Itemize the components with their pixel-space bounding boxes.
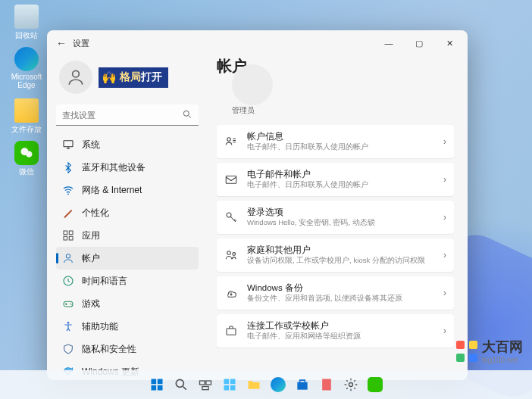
- search-icon: [182, 109, 192, 120]
- sidebar-item-label: 应用: [82, 229, 100, 242]
- titlebar[interactable]: ← 设置 — ▢ ✕: [47, 30, 468, 56]
- desktop-icon-label: 微信: [8, 167, 45, 177]
- email-icon: [224, 173, 238, 186]
- taskbar-wechat[interactable]: [365, 374, 386, 395]
- sidebar-item-apps[interactable]: 应用: [56, 224, 199, 247]
- profile-header[interactable]: 🙌 格局打开: [56, 56, 199, 103]
- start-button[interactable]: [146, 374, 167, 395]
- taskbar-search[interactable]: [171, 374, 192, 395]
- svg-point-2: [73, 70, 80, 77]
- settings-card-family[interactable]: 家庭和其他用户设备访问权限, 工作或学校用户, kiosk 分配的访问权限›: [217, 238, 454, 272]
- svg-rect-30: [224, 379, 230, 385]
- sidebar-item-label: 帐户: [82, 252, 100, 265]
- svg-rect-24: [152, 385, 157, 391]
- backup-icon: [224, 286, 238, 300]
- settings-card-work[interactable]: 连接工作或学校帐户电子邮件、应用和网络等组织资源›: [217, 314, 454, 348]
- desktop-icon-label: Microsoft Edge: [8, 73, 45, 89]
- svg-rect-22: [152, 379, 157, 385]
- taskbar-settings[interactable]: [340, 374, 361, 395]
- sidebar-item-accessibility[interactable]: 辅助功能: [56, 315, 199, 338]
- card-subtitle: 备份文件、应用和首选项, 以便跨设备将其还原: [247, 294, 434, 304]
- settings-card-signin[interactable]: 登录选项Windows Hello, 安全密钥, 密码, 动态锁›: [217, 201, 454, 234]
- main-panel: 帐户 管理员 帐户信息电子邮件、日历和联系人使用的帐户›电子邮件和帐户电子邮件、…: [208, 56, 468, 380]
- search-input[interactable]: [56, 104, 199, 126]
- desktop-icon-recycle-bin[interactable]: 回收站: [8, 5, 45, 41]
- svg-rect-28: [206, 381, 211, 385]
- taskbar[interactable]: [0, 370, 532, 399]
- accounts-icon: [62, 252, 74, 264]
- settings-card-backup[interactable]: Windows 备份备份文件、应用和首选项, 以便跨设备将其还原›: [217, 276, 454, 310]
- chevron-right-icon: ›: [443, 174, 446, 185]
- network-icon: [62, 184, 74, 196]
- svg-rect-21: [227, 329, 236, 335]
- settings-card-account-info[interactable]: 帐户信息电子邮件、日历和联系人使用的帐户›: [217, 125, 454, 158]
- taskbar-explorer[interactable]: [243, 374, 264, 395]
- watermark-logo: [456, 341, 477, 362]
- card-subtitle: 电子邮件、日历和联系人使用的帐户: [247, 180, 434, 190]
- close-button[interactable]: ✕: [434, 33, 465, 54]
- svg-point-26: [176, 379, 183, 387]
- svg-point-19: [227, 251, 231, 255]
- svg-rect-17: [226, 176, 236, 184]
- privacy-icon: [62, 343, 74, 355]
- sidebar-item-personalization[interactable]: 个性化: [56, 201, 199, 224]
- system-icon: [62, 139, 74, 151]
- settings-window: ← 设置 — ▢ ✕ 🙌 格局打开 系统蓝牙和其他设备网络 & Inter: [47, 30, 468, 380]
- card-subtitle: 电子邮件、日历和联系人使用的帐户: [247, 142, 434, 152]
- chevron-right-icon: ›: [443, 326, 446, 336]
- sidebar-item-label: 个性化: [82, 207, 109, 220]
- chevron-right-icon: ›: [443, 250, 446, 260]
- accessibility-icon: [62, 320, 74, 332]
- card-title: 登录选项: [247, 207, 434, 218]
- taskbar-store[interactable]: [292, 374, 313, 395]
- apps-icon: [62, 229, 74, 242]
- svg-rect-8: [64, 236, 67, 240]
- watermark: 大百网 big100.net: [456, 338, 523, 364]
- widgets[interactable]: [219, 374, 240, 395]
- back-button[interactable]: ←: [50, 37, 73, 49]
- settings-card-email[interactable]: 电子邮件和帐户电子邮件、日历和联系人使用的帐户›: [217, 163, 454, 196]
- svg-point-35: [349, 383, 353, 387]
- window-title: 设置: [73, 38, 89, 49]
- svg-point-15: [67, 322, 70, 324]
- sidebar-item-time[interactable]: 时间和语言: [56, 270, 199, 292]
- sidebar-item-label: 辅助功能: [82, 320, 118, 333]
- account-info-icon: [224, 135, 238, 148]
- sidebar-item-network[interactable]: 网络 & Internet: [56, 179, 199, 201]
- sidebar-item-gaming[interactable]: 游戏: [56, 292, 199, 315]
- folder-icon: [14, 98, 39, 123]
- signin-icon: [224, 210, 238, 224]
- desktop-icon-label: 文件存放: [8, 124, 45, 135]
- chevron-right-icon: ›: [443, 136, 446, 147]
- task-view[interactable]: [195, 374, 216, 395]
- desktop-icon-label: 回收站: [8, 30, 45, 41]
- card-title: 电子邮件和帐户: [247, 169, 434, 180]
- sidebar-item-label: 系统: [82, 139, 100, 151]
- desktop-icon-wechat[interactable]: 微信: [8, 141, 45, 177]
- svg-point-1: [26, 151, 32, 157]
- card-title: Windows 备份: [247, 282, 434, 294]
- sidebar-item-privacy[interactable]: 隐私和安全性: [56, 338, 199, 360]
- sidebar-item-bluetooth[interactable]: 蓝牙和其他设备: [56, 156, 199, 179]
- svg-rect-9: [69, 236, 73, 240]
- taskbar-edge[interactable]: [268, 374, 289, 395]
- family-icon: [224, 248, 238, 262]
- recycle-bin-icon: [14, 5, 39, 29]
- sidebar-item-accounts[interactable]: 帐户: [56, 247, 199, 270]
- svg-point-3: [183, 111, 189, 116]
- svg-rect-6: [64, 231, 67, 235]
- wechat-icon: [14, 141, 39, 165]
- maximize-button[interactable]: ▢: [404, 33, 434, 54]
- profile-banner: 🙌 格局打开: [99, 67, 168, 88]
- svg-point-20: [233, 253, 236, 256]
- desktop-icon-edge[interactable]: Microsoft Edge: [8, 47, 45, 89]
- sidebar-item-label: 蓝牙和其他设备: [82, 161, 146, 174]
- search-box[interactable]: [56, 104, 199, 126]
- minimize-button[interactable]: —: [374, 33, 404, 54]
- taskbar-docs[interactable]: [316, 374, 337, 395]
- sidebar-item-system[interactable]: 系统: [56, 133, 199, 156]
- svg-point-13: [70, 303, 70, 304]
- svg-rect-34: [322, 379, 331, 391]
- svg-point-18: [227, 213, 231, 217]
- desktop-icon-folder[interactable]: 文件存放: [8, 98, 45, 135]
